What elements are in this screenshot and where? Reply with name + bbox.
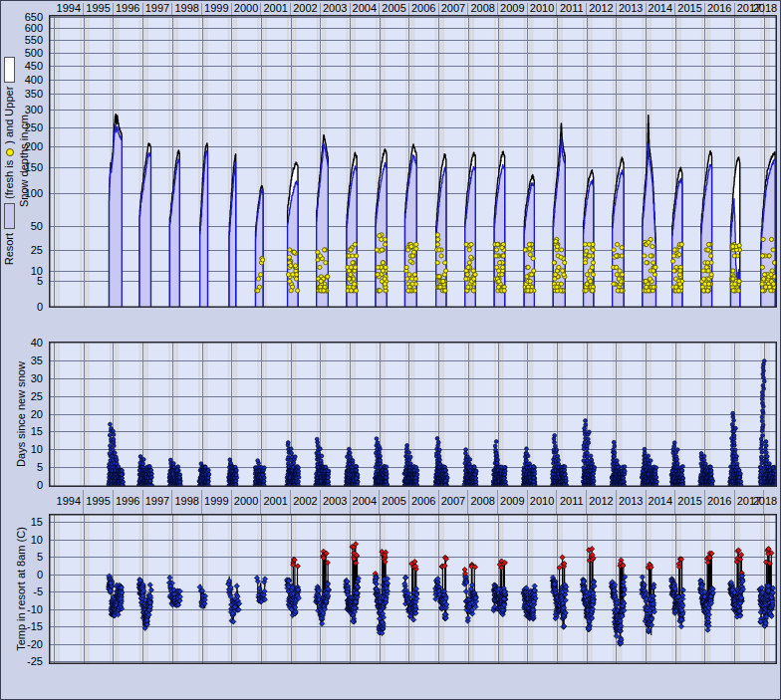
year-label: 2004 — [350, 495, 380, 508]
year-label: 2005 — [380, 495, 409, 508]
y-tick-label: 250 — [3, 121, 43, 133]
y-tick-label: 35 — [3, 354, 43, 366]
y-tick-label: 5 — [3, 551, 43, 563]
year-label: 2015 — [675, 2, 705, 15]
y-tick-label: 15 — [3, 425, 43, 437]
year-label: 2006 — [408, 2, 438, 15]
year-label: 2000 — [231, 2, 261, 15]
y-tick-label: 5 — [3, 275, 43, 287]
year-label: 2002 — [290, 2, 320, 15]
year-label: 2011 — [557, 495, 587, 508]
y-tick-label: 30 — [3, 372, 43, 384]
year-label: 2005 — [380, 2, 409, 15]
year-label: 1995 — [84, 2, 114, 15]
year-label: 2009 — [497, 2, 527, 15]
year-label: 2004 — [350, 2, 380, 15]
year-label: 2010 — [527, 2, 557, 15]
y-tick-label: -25 — [3, 655, 43, 667]
year-label: 2007 — [438, 2, 468, 15]
year-label: 2016 — [704, 495, 734, 508]
snow-history-chart: 1994199519961997199819992000200120022003… — [0, 0, 781, 700]
year-label: 2012 — [586, 2, 616, 15]
year-label: 2001 — [261, 2, 291, 15]
y-tick-label: 15 — [3, 516, 43, 528]
y-tick-label: 350 — [3, 88, 43, 100]
year-label: 2008 — [468, 495, 498, 508]
y-tick-label: 200 — [3, 140, 43, 152]
year-label: 2009 — [497, 495, 527, 508]
y-tick-label: 550 — [3, 34, 43, 46]
y-tick-label: 10 — [3, 265, 43, 277]
y-tick-label: 400 — [3, 74, 43, 86]
year-label: 1994 — [54, 2, 84, 15]
year-label: 2003 — [320, 495, 350, 508]
y-tick-label: 5 — [3, 461, 43, 473]
year-label: 1996 — [113, 2, 142, 15]
year-label: 1999 — [201, 2, 231, 15]
snow-depth-canvas — [49, 15, 777, 308]
year-label: 2003 — [320, 2, 350, 15]
year-label: 1994 — [54, 495, 84, 508]
y-tick-label: 450 — [3, 60, 43, 72]
year-label: 1995 — [84, 495, 114, 508]
year-label: 1997 — [142, 2, 172, 15]
y-tick-label: 50 — [3, 220, 43, 232]
year-label: 2016 — [704, 2, 734, 15]
y-tick-label: -20 — [3, 638, 43, 650]
year-label: 2018 — [750, 2, 780, 15]
y-tick-label: 10 — [3, 534, 43, 546]
y-tick-label: 500 — [3, 47, 43, 59]
year-label: 2013 — [616, 495, 646, 508]
days-since-snow-canvas — [49, 342, 777, 487]
year-label: 2018 — [750, 495, 780, 508]
snow-depth-panel — [49, 15, 777, 308]
year-label: 1997 — [142, 495, 172, 508]
year-label: 1998 — [172, 2, 202, 15]
year-label: 2012 — [586, 495, 616, 508]
year-label: 2002 — [290, 495, 320, 508]
year-label: 2015 — [675, 495, 705, 508]
year-label: 2013 — [616, 2, 646, 15]
year-label: 2007 — [438, 495, 468, 508]
y-tick-label: -15 — [3, 620, 43, 632]
year-label: 1999 — [201, 495, 231, 508]
y-tick-label: 0 — [3, 569, 43, 581]
year-label: 2008 — [468, 2, 498, 15]
y-tick-label: 0 — [3, 301, 43, 313]
year-label: 2014 — [646, 2, 675, 15]
y-tick-label: 300 — [3, 104, 43, 116]
year-label: 2006 — [408, 495, 438, 508]
temperature-panel — [49, 514, 777, 664]
y-tick-label: -10 — [3, 603, 43, 615]
y-tick-label: 25 — [3, 390, 43, 402]
y-tick-label: 40 — [3, 337, 43, 349]
y-tick-label: -5 — [3, 585, 43, 597]
year-label: 2014 — [646, 495, 675, 508]
y-tick-label: 650 — [3, 11, 43, 23]
y-tick-label: 0 — [3, 479, 43, 491]
y-tick-label: 20 — [3, 408, 43, 420]
y-tick-label: 150 — [3, 161, 43, 173]
days-since-snow-panel — [49, 342, 777, 487]
y-tick-label: 25 — [3, 244, 43, 256]
y-tick-label: 600 — [3, 22, 43, 34]
temperature-canvas — [49, 514, 777, 664]
year-label: 2001 — [261, 495, 291, 508]
y-tick-label: 100 — [3, 187, 43, 199]
year-label: 2011 — [557, 2, 587, 15]
year-label: 2000 — [231, 495, 261, 508]
year-label: 1998 — [172, 495, 202, 508]
year-label: 2010 — [527, 495, 557, 508]
year-label: 1996 — [113, 495, 142, 508]
y-tick-label: 10 — [3, 443, 43, 455]
